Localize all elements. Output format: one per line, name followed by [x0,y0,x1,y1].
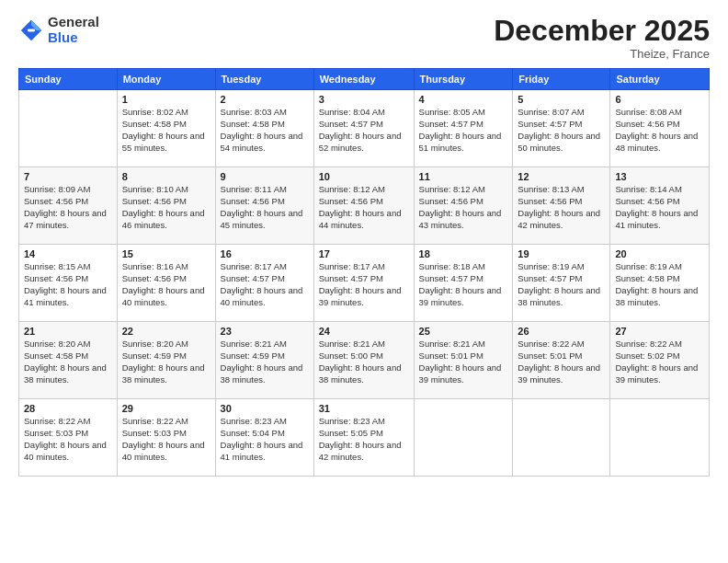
day-number: 30 [221,403,309,414]
month-title: December 2025 [494,15,710,47]
day-info: Sunrise: 8:23 AMSunset: 5:05 PMDaylight:… [319,416,409,463]
day-number: 23 [221,326,309,337]
day-number: 27 [615,326,704,337]
day-of-week-header: Sunday [19,69,118,90]
calendar-cell: 6Sunrise: 8:08 AMSunset: 4:56 PMDaylight… [610,90,710,167]
day-of-week-header: Thursday [414,69,513,90]
day-info: Sunrise: 8:23 AMSunset: 5:04 PMDaylight:… [221,416,309,463]
calendar-week-row: 1Sunrise: 8:02 AMSunset: 4:58 PMDaylight… [19,90,710,167]
day-info: Sunrise: 8:17 AMSunset: 4:57 PMDaylight:… [319,261,409,308]
day-number: 15 [122,248,210,259]
day-info: Sunrise: 8:12 AMSunset: 4:56 PMDaylight:… [319,184,409,231]
calendar-cell: 27Sunrise: 8:22 AMSunset: 5:02 PMDayligh… [610,322,710,399]
calendar-cell: 29Sunrise: 8:22 AMSunset: 5:03 PMDayligh… [117,399,215,477]
day-of-week-header: Friday [513,69,610,90]
title-block: December 2025 Theize, France [494,15,710,61]
calendar-cell: 22Sunrise: 8:20 AMSunset: 4:59 PMDayligh… [117,322,215,399]
calendar-week-row: 7Sunrise: 8:09 AMSunset: 4:56 PMDaylight… [19,167,710,245]
logo-blue-text: Blue [48,30,99,46]
calendar-cell: 26Sunrise: 8:22 AMSunset: 5:01 PMDayligh… [513,322,610,399]
day-info: Sunrise: 8:03 AMSunset: 4:58 PMDaylight:… [221,107,309,154]
day-number: 7 [24,171,112,182]
calendar-cell: 25Sunrise: 8:21 AMSunset: 5:01 PMDayligh… [414,322,513,399]
day-info: Sunrise: 8:19 AMSunset: 4:58 PMDaylight:… [615,261,704,308]
day-number: 20 [615,248,704,259]
day-info: Sunrise: 8:22 AMSunset: 5:01 PMDaylight:… [518,339,605,385]
calendar-cell [19,90,118,167]
calendar-cell: 12Sunrise: 8:13 AMSunset: 4:56 PMDayligh… [513,167,610,245]
day-number: 1 [122,94,210,105]
day-info: Sunrise: 8:20 AMSunset: 4:58 PMDaylight:… [24,339,112,385]
day-info: Sunrise: 8:14 AMSunset: 4:56 PMDaylight:… [615,184,704,231]
day-number: 29 [122,403,210,414]
calendar-cell: 31Sunrise: 8:23 AMSunset: 5:05 PMDayligh… [313,399,414,477]
logo-icon [18,17,44,43]
day-info: Sunrise: 8:22 AMSunset: 5:03 PMDaylight:… [24,416,112,463]
calendar-cell: 18Sunrise: 8:18 AMSunset: 4:57 PMDayligh… [414,245,513,322]
day-number: 11 [419,171,508,182]
day-number: 22 [122,326,210,337]
day-number: 21 [24,326,112,337]
calendar-cell: 11Sunrise: 8:12 AMSunset: 4:56 PMDayligh… [414,167,513,245]
day-number: 10 [319,171,409,182]
day-info: Sunrise: 8:04 AMSunset: 4:57 PMDaylight:… [319,107,409,154]
day-info: Sunrise: 8:08 AMSunset: 4:56 PMDaylight:… [615,107,704,154]
day-info: Sunrise: 8:05 AMSunset: 4:57 PMDaylight:… [419,107,508,154]
day-info: Sunrise: 8:11 AMSunset: 4:56 PMDaylight:… [221,184,309,231]
calendar-cell: 17Sunrise: 8:17 AMSunset: 4:57 PMDayligh… [313,245,414,322]
day-number: 26 [518,326,605,337]
day-number: 31 [319,403,409,414]
day-number: 9 [221,171,309,182]
day-info: Sunrise: 8:13 AMSunset: 4:56 PMDaylight:… [518,184,605,231]
calendar-cell: 19Sunrise: 8:19 AMSunset: 4:57 PMDayligh… [513,245,610,322]
day-number: 25 [419,326,508,337]
day-number: 28 [24,403,112,414]
calendar-cell: 7Sunrise: 8:09 AMSunset: 4:56 PMDaylight… [19,167,118,245]
day-info: Sunrise: 8:02 AMSunset: 4:58 PMDaylight:… [122,107,210,154]
day-of-week-header: Wednesday [313,69,414,90]
calendar-cell: 10Sunrise: 8:12 AMSunset: 4:56 PMDayligh… [313,167,414,245]
day-number: 14 [24,248,112,259]
day-of-week-header: Monday [117,69,215,90]
calendar-week-row: 14Sunrise: 8:15 AMSunset: 4:56 PMDayligh… [19,245,710,322]
calendar-cell: 23Sunrise: 8:21 AMSunset: 4:59 PMDayligh… [215,322,313,399]
calendar-cell: 21Sunrise: 8:20 AMSunset: 4:58 PMDayligh… [19,322,118,399]
day-info: Sunrise: 8:22 AMSunset: 5:03 PMDaylight:… [122,416,210,463]
logo-text: General Blue [48,15,99,45]
svg-rect-2 [28,29,35,31]
calendar-cell: 15Sunrise: 8:16 AMSunset: 4:56 PMDayligh… [117,245,215,322]
calendar-cell: 13Sunrise: 8:14 AMSunset: 4:56 PMDayligh… [610,167,710,245]
day-info: Sunrise: 8:21 AMSunset: 5:01 PMDaylight:… [419,339,508,385]
day-of-week-header: Saturday [610,69,710,90]
header: General Blue December 2025 Theize, Franc… [18,15,710,61]
day-info: Sunrise: 8:12 AMSunset: 4:56 PMDaylight:… [419,184,508,231]
calendar-cell: 14Sunrise: 8:15 AMSunset: 4:56 PMDayligh… [19,245,118,322]
calendar-cell: 4Sunrise: 8:05 AMSunset: 4:57 PMDaylight… [414,90,513,167]
calendar-week-row: 21Sunrise: 8:20 AMSunset: 4:58 PMDayligh… [19,322,710,399]
day-number: 12 [518,171,605,182]
calendar-cell: 2Sunrise: 8:03 AMSunset: 4:58 PMDaylight… [215,90,313,167]
calendar-cell: 5Sunrise: 8:07 AMSunset: 4:57 PMDaylight… [513,90,610,167]
day-info: Sunrise: 8:10 AMSunset: 4:56 PMDaylight:… [122,184,210,231]
calendar-cell [513,399,610,477]
calendar-week-row: 28Sunrise: 8:22 AMSunset: 5:03 PMDayligh… [19,399,710,477]
day-info: Sunrise: 8:07 AMSunset: 4:57 PMDaylight:… [518,107,605,154]
day-info: Sunrise: 8:22 AMSunset: 5:02 PMDaylight:… [615,339,704,385]
day-info: Sunrise: 8:19 AMSunset: 4:57 PMDaylight:… [518,261,605,308]
calendar-cell [610,399,710,477]
page: General Blue December 2025 Theize, Franc… [0,0,728,563]
day-of-week-header: Tuesday [215,69,313,90]
calendar-cell [414,399,513,477]
day-info: Sunrise: 8:20 AMSunset: 4:59 PMDaylight:… [122,339,210,385]
location: Theize, France [494,47,710,61]
calendar-table: SundayMondayTuesdayWednesdayThursdayFrid… [18,68,710,477]
logo-general-text: General [48,15,99,30]
day-number: 5 [518,94,605,105]
calendar-header: SundayMondayTuesdayWednesdayThursdayFrid… [19,69,710,90]
calendar-cell: 16Sunrise: 8:17 AMSunset: 4:57 PMDayligh… [215,245,313,322]
day-number: 19 [518,248,605,259]
day-number: 4 [419,94,508,105]
calendar-cell: 3Sunrise: 8:04 AMSunset: 4:57 PMDaylight… [313,90,414,167]
day-info: Sunrise: 8:21 AMSunset: 5:00 PMDaylight:… [319,339,409,385]
day-number: 3 [319,94,409,105]
